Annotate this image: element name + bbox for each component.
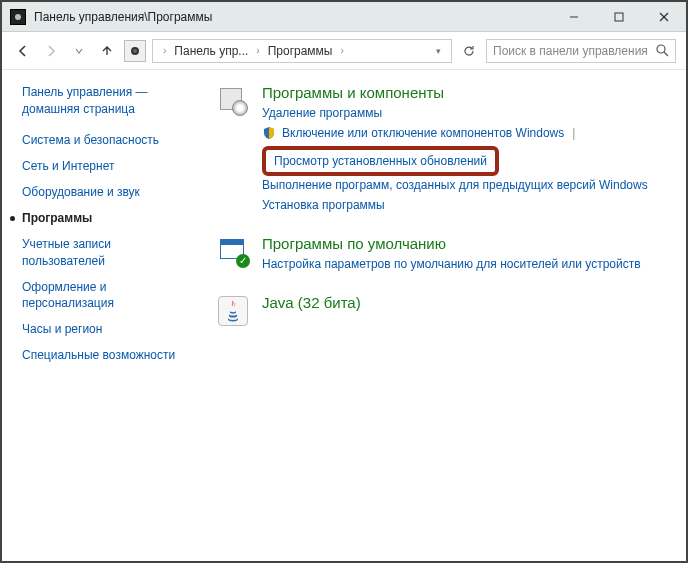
section-java: Java (32 бита) [216, 294, 670, 328]
back-button[interactable] [12, 40, 34, 62]
breadcrumb[interactable]: › Панель упр... › Программы › ▾ [152, 39, 452, 63]
refresh-button[interactable] [458, 40, 480, 62]
highlighted-link: Просмотр установленных обновлений [262, 146, 499, 177]
section-defaults: ✓ Программы по умолчанию Настройка парам… [216, 235, 670, 276]
sidebar-item-accessibility[interactable]: Специальные возможности [22, 347, 192, 363]
breadcrumb-item[interactable]: Программы [268, 44, 333, 58]
install-program-link[interactable]: Установка программы [262, 197, 670, 214]
close-button[interactable] [641, 2, 686, 31]
svg-rect-1 [615, 13, 623, 21]
chevron-down-icon[interactable]: ▾ [432, 46, 445, 56]
media-defaults-link[interactable]: Настройка параметров по умолчанию для но… [262, 256, 670, 273]
chevron-right-icon: › [252, 45, 263, 56]
svg-point-4 [657, 45, 665, 53]
maximize-button[interactable] [596, 2, 641, 31]
windows-features-link[interactable]: Включение или отключение компонентов Win… [282, 125, 564, 142]
sidebar-item-programs[interactable]: Программы [22, 210, 192, 226]
window-buttons [551, 2, 686, 31]
programs-icon [216, 84, 250, 118]
control-panel-home-link[interactable]: Панель управления — домашняя страница [22, 84, 192, 118]
titlebar: Панель управления\Программы [2, 2, 686, 32]
breadcrumb-item[interactable]: Панель упр... [174, 44, 248, 58]
search-icon [656, 44, 669, 57]
svg-line-5 [664, 52, 668, 56]
search-box[interactable] [486, 39, 676, 63]
shield-icon [262, 126, 276, 140]
java-icon [216, 294, 250, 328]
section-title[interactable]: Java (32 бита) [262, 294, 670, 311]
address-icon[interactable] [124, 40, 146, 62]
view-updates-link[interactable]: Просмотр установленных обновлений [274, 153, 487, 170]
sidebar-item-accounts[interactable]: Учетные записи пользователей [22, 236, 192, 268]
section-programs: Программы и компоненты Удаление программ… [216, 84, 670, 217]
chevron-right-icon: › [159, 45, 170, 56]
separator: | [570, 126, 577, 140]
sidebar-item-hardware[interactable]: Оборудование и звук [22, 184, 192, 200]
main-panel: Программы и компоненты Удаление программ… [202, 70, 686, 561]
sidebar-item-appearance[interactable]: Оформление и персонализация [22, 279, 192, 311]
sidebar-item-system[interactable]: Система и безопасность [22, 132, 192, 148]
chevron-right-icon: › [336, 45, 347, 56]
up-button[interactable] [96, 40, 118, 62]
window-title: Панель управления\Программы [34, 10, 551, 24]
recent-dropdown[interactable] [68, 40, 90, 62]
section-title[interactable]: Программы по умолчанию [262, 235, 670, 252]
sidebar: Панель управления — домашняя страница Си… [2, 70, 202, 561]
default-programs-icon: ✓ [216, 235, 250, 269]
minimize-button[interactable] [551, 2, 596, 31]
compat-link[interactable]: Выполнение программ, созданных для преды… [262, 177, 670, 194]
search-input[interactable] [493, 44, 653, 58]
forward-button[interactable] [40, 40, 62, 62]
section-title[interactable]: Программы и компоненты [262, 84, 670, 101]
window: Панель управления\Программы › [0, 0, 688, 563]
sidebar-item-network[interactable]: Сеть и Интернет [22, 158, 192, 174]
toolbar: › Панель упр... › Программы › ▾ [2, 32, 686, 70]
uninstall-link[interactable]: Удаление программы [262, 105, 670, 122]
content: Панель управления — домашняя страница Си… [2, 70, 686, 561]
control-panel-icon [10, 9, 26, 25]
sidebar-item-clock[interactable]: Часы и регион [22, 321, 192, 337]
